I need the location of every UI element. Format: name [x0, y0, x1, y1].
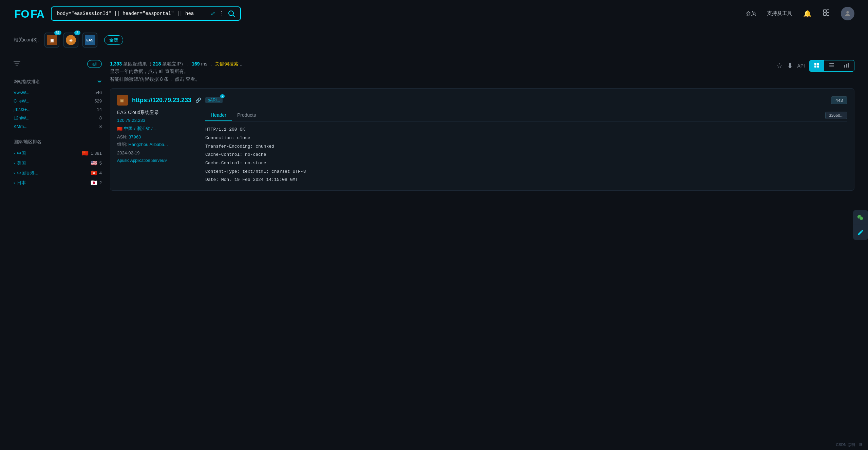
favorite-icon[interactable]: ☆ [776, 61, 783, 70]
member-link[interactable]: 会员 [746, 10, 756, 17]
china-flag: 🇨🇳 [82, 150, 89, 156]
chart-view-button[interactable] [839, 60, 854, 71]
all-filter-badge[interactable]: all [87, 60, 102, 68]
site-location[interactable]: 🇨🇳 中国 / 浙江省 / ... [117, 126, 199, 132]
country-section: 国家/地区排名 › 中国 🇨🇳 1,381 › 美国 🇺🇸 5 › 中国香港..… [14, 139, 102, 188]
tag-label: sARi... [208, 98, 220, 102]
download-icon[interactable]: ⬇ [787, 61, 793, 70]
svg-text:FO: FO [14, 8, 29, 20]
site-favicon: ▣ [117, 95, 128, 106]
result-count-badge: 33660... [825, 112, 847, 119]
svg-rect-16 [817, 63, 819, 65]
card-right: Header Products 33660... HTTP/1.1 200 OK… [205, 110, 847, 184]
site-url[interactable]: https://120.79.23.233 [132, 97, 191, 104]
svg-text:FA: FA [31, 8, 44, 20]
grid-view-button[interactable] [809, 60, 824, 71]
fingerprint-item[interactable]: C+eW... 529 [14, 97, 102, 105]
view-toggle [809, 60, 854, 72]
japan-flag: 🇯🇵 [91, 180, 97, 186]
tag-count: 7 [220, 94, 225, 98]
edit-float-button[interactable] [853, 225, 868, 240]
asn-link[interactable]: 37963 [129, 134, 141, 139]
http-info: HTTP/1.1 200 OK Connection: close Transf… [205, 126, 847, 184]
avatar[interactable] [841, 7, 854, 20]
fingerprint-item[interactable]: L2hiW... 8 [14, 114, 102, 122]
expand-icon[interactable]: ⤢ [211, 10, 215, 17]
country-flag-result: 🇨🇳 [117, 126, 122, 131]
svg-rect-21 [829, 67, 834, 67]
svg-rect-22 [844, 65, 845, 68]
fingerprint-section: 网站指纹排名 VwsW... 546 C+eW... 529 jrb/J3+. [14, 79, 102, 131]
external-link-icon[interactable]: 🔗 [195, 97, 201, 103]
list-view-button[interactable] [824, 60, 839, 71]
search-input[interactable] [57, 11, 207, 16]
fingerprint-section-title: 网站指纹排名 [14, 79, 102, 85]
http-line: Transfer-Encoding: chunked [205, 143, 847, 151]
svg-rect-6 [824, 13, 826, 15]
http-line: HTTP/1.1 200 OK [205, 126, 847, 134]
country-item-hk[interactable]: › 中国香港... 🇭🇰 4 [14, 168, 102, 178]
icon-filter-label: 相关icon(3): [14, 37, 39, 43]
http-line: Cache-Control: no-store [205, 159, 847, 168]
wechat-float-button[interactable] [853, 210, 868, 225]
svg-rect-5 [827, 10, 829, 12]
api-button[interactable]: API [797, 63, 805, 69]
http-line: Cache-Control: no-cache [205, 151, 847, 159]
header-nav: 会员 支持及工具 🔔 [746, 7, 854, 20]
country-item-china[interactable]: › 中国 🇨🇳 1,381 [14, 148, 102, 158]
country-item-usa[interactable]: › 美国 🇺🇸 5 [14, 158, 102, 168]
fingerprint-item[interactable]: VwsW... 546 [14, 88, 102, 97]
bottom-text: CSDN @明｜逃 [836, 443, 863, 447]
notification-icon[interactable]: 🔔 [803, 10, 812, 18]
header: FO FA ⤢ ⋮ 会员 支持及工具 🔔 [0, 0, 868, 27]
icon-item-1[interactable]: ▣ 51 [44, 33, 59, 48]
right-content: 1,393 条匹配结果（ 218 条独立IP）， 169 ms ， 关键词搜索 … [110, 60, 854, 196]
more-options-icon[interactable]: ⋮ [219, 10, 225, 17]
note1: 显示一年内数据，点击 all 查看所有。 [110, 68, 245, 75]
tab-header[interactable]: Header [205, 110, 232, 121]
fingerprint-item[interactable]: KMm... 8 [14, 122, 102, 131]
search-bar: ⤢ ⋮ [51, 6, 241, 21]
icon-badge-1: 51 [54, 31, 61, 35]
svg-rect-24 [848, 63, 849, 68]
keyword-search-link[interactable]: 关键词搜索 [215, 61, 239, 67]
country-item-japan[interactable]: › 日本 🇯🇵 2 [14, 178, 102, 188]
fingerprint-filter-btn[interactable] [97, 79, 102, 85]
org-link[interactable]: Hangzhou Alibaba... [128, 142, 168, 147]
site-server[interactable]: Apusic Application Server/9 [117, 158, 199, 163]
svg-rect-17 [814, 65, 816, 68]
svg-point-8 [846, 11, 849, 13]
time-ms: 169 [192, 61, 200, 67]
result-card: ▣ https://120.79.23.233 🔗 sARi... 7 443 … [110, 88, 854, 191]
card-left: EAS Cloud系统登录 120.79.23.233 🇨🇳 中国 / 浙江省 … [117, 110, 199, 184]
icon-item-3[interactable]: EAS [82, 33, 97, 48]
usa-flag: 🇺🇸 [91, 160, 97, 166]
site-ip[interactable]: 120.79.23.233 [117, 118, 199, 123]
card-header: ▣ https://120.79.23.233 🔗 sARi... 7 443 [117, 95, 847, 106]
search-button[interactable] [228, 10, 235, 17]
more-location[interactable]: ... [154, 126, 157, 131]
icon-item-2[interactable]: ◈ 2 [63, 33, 78, 48]
http-line: Content-Type: text/html; charset=UTF-8 [205, 168, 847, 176]
site-org: 组织: Hangzhou Alibaba... [117, 142, 199, 148]
fingerprint-item[interactable]: jrb/J3+... 14 [14, 105, 102, 114]
results-stats: 1,393 条匹配结果（ 218 条独立IP）， 169 ms ， 关键词搜索 … [110, 60, 245, 83]
svg-rect-7 [827, 13, 829, 15]
card-body: EAS Cloud系统登录 120.79.23.233 🇨🇳 中国 / 浙江省 … [117, 110, 847, 184]
tools-link[interactable]: 支持及工具 [767, 10, 792, 17]
select-all-button[interactable]: 全选 [104, 35, 123, 45]
svg-rect-20 [829, 65, 834, 65]
total-count: 1,393 [110, 61, 122, 67]
tab-products[interactable]: Products [232, 110, 261, 121]
float-right-bar [853, 210, 868, 240]
site-asn: ASN: 37963 [117, 134, 199, 139]
logo[interactable]: FO FA [14, 7, 44, 20]
province-link[interactable]: 浙江省 [137, 126, 150, 132]
results-toolbar: ☆ ⬇ API [776, 60, 854, 72]
translate-icon[interactable] [823, 9, 830, 18]
note2: 智能排除蜜罐/仿冒数据 8 条， 点击 查看。 [110, 75, 245, 83]
sidebar: all 网站指纹排名 VwsW... 546 C+eW... [14, 60, 102, 196]
filter-icon[interactable] [14, 61, 20, 68]
tag-badge[interactable]: sARi... 7 [205, 97, 223, 103]
http-line: Connection: close [205, 134, 847, 143]
